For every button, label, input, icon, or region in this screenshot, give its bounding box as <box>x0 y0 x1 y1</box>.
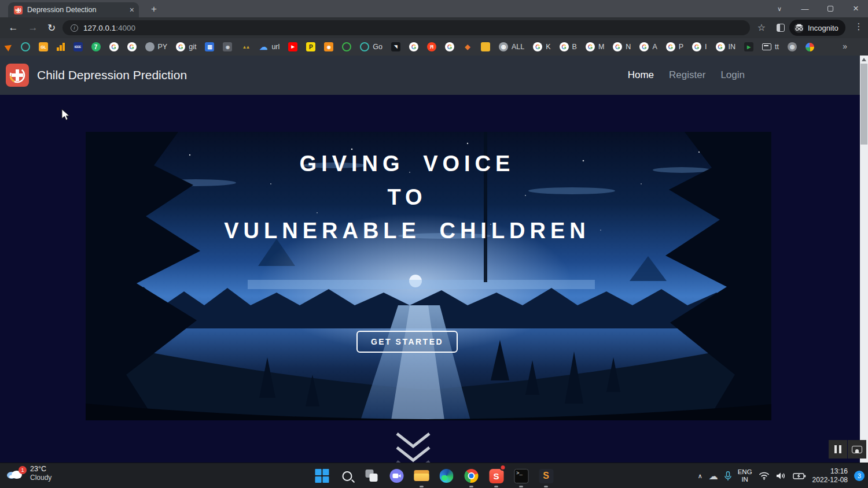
bookmark-item[interactable]: ▶ <box>744 42 753 51</box>
bookmark-item[interactable] <box>21 42 30 51</box>
tray-chevron-icon[interactable]: ∧ <box>698 472 703 480</box>
bookmark-item[interactable]: GI <box>692 42 707 51</box>
taskbar-edge-icon[interactable] <box>439 466 454 486</box>
bookmark-item[interactable]: Go <box>360 42 382 51</box>
taskbar-search-icon[interactable] <box>340 466 355 486</box>
bookmark-item[interactable]: ◉ <box>223 42 232 51</box>
wifi-icon[interactable] <box>759 472 770 480</box>
picture-in-picture-icon <box>852 446 862 453</box>
bookmark-item[interactable]: GIN <box>716 42 736 51</box>
taskbar-start-icon[interactable] <box>315 466 330 486</box>
square-favicon: ◥ <box>391 42 400 51</box>
bookmark-item[interactable]: tt <box>762 43 779 51</box>
reload-button[interactable]: ↻ <box>44 20 59 35</box>
forward-button[interactable]: → <box>25 20 41 35</box>
bookmark-item[interactable]: ▲▲ <box>241 42 250 51</box>
bookmark-label: git <box>189 43 196 51</box>
onedrive-icon[interactable]: ☁ <box>709 471 718 482</box>
get-started-button[interactable]: GET STARTED <box>356 331 458 353</box>
scroll-down-indicator[interactable] <box>391 430 435 463</box>
bookmark-item[interactable]: GK <box>533 42 550 51</box>
bookmark-item[interactable]: ◥ <box>391 42 400 51</box>
maximize-button[interactable] <box>821 0 840 17</box>
bookmark-item[interactable]: GM <box>586 42 604 51</box>
bookmark-item[interactable] <box>806 43 814 51</box>
bookmark-item[interactable]: ▶ <box>288 42 297 51</box>
hero-line-3: VULNERABLE CHILDREN <box>86 214 729 247</box>
pause-button[interactable] <box>829 440 847 459</box>
clock[interactable]: 13:16 2022-12-08 <box>812 467 848 485</box>
bookmark-item[interactable]: PY <box>145 42 168 51</box>
side-panel-icon[interactable] <box>777 24 785 32</box>
bookmark-item[interactable]: ⊕ <box>788 42 797 51</box>
battery-icon[interactable] <box>793 472 806 480</box>
tab-search-icon[interactable]: ∨ <box>770 0 789 17</box>
taskbar-taskview-icon[interactable] <box>365 466 380 486</box>
circle-favicon: Я <box>427 42 436 51</box>
taskbar-chrome-icon[interactable] <box>464 466 479 486</box>
taskbar-sublime-icon[interactable]: S <box>539 466 554 486</box>
bookmark-item[interactable]: Ggit <box>176 42 196 51</box>
bookmark-item[interactable]: ⊕ALL <box>499 42 524 51</box>
bookmark-item[interactable]: ☁url <box>259 42 279 51</box>
bookmark-item[interactable]: G <box>127 42 137 51</box>
system-tray: ∧ ☁ ENG IN <box>698 463 865 488</box>
bookmark-item[interactable] <box>481 42 490 51</box>
volume-icon[interactable] <box>776 472 786 480</box>
address-bar[interactable]: i 127.0.0.1:4000 <box>62 20 750 35</box>
google-favicon: G <box>445 42 454 51</box>
bookmark-item[interactable]: GN <box>613 42 631 51</box>
brand[interactable]: Child Depression Prediction <box>6 64 187 87</box>
nav-link-home[interactable]: Home <box>628 69 654 81</box>
minimize-button[interactable]: — <box>795 0 815 17</box>
taskbar-chat-icon[interactable] <box>389 466 404 486</box>
bookmark-item[interactable]: GL <box>39 42 48 51</box>
bookmark-item[interactable] <box>342 42 351 51</box>
google-favicon: G <box>692 42 701 51</box>
bookmark-item[interactable]: 7 <box>91 42 101 51</box>
google-favicon: G <box>409 42 418 51</box>
language-indicator[interactable]: ENG IN <box>738 468 752 483</box>
nav-link-register[interactable]: Register <box>669 69 705 81</box>
bookmark-item[interactable]: G <box>409 42 418 51</box>
picture-in-picture-button[interactable] <box>848 440 866 459</box>
back-button[interactable]: ← <box>6 20 21 35</box>
taskbar-explorer-icon[interactable] <box>414 466 429 486</box>
microphone-icon[interactable] <box>724 471 731 481</box>
bookmarks-overflow-icon[interactable]: » <box>843 42 847 51</box>
scrollbar-thumb[interactable] <box>860 64 867 145</box>
bookmark-label: K <box>546 43 550 51</box>
bookmark-item[interactable]: P <box>306 42 315 51</box>
taskbar-s-app-icon[interactable]: S <box>489 466 504 486</box>
close-window-button[interactable]: × <box>846 0 866 17</box>
bookmark-star-icon[interactable]: ☆ <box>753 22 770 33</box>
bookmark-item[interactable]: GP <box>666 42 683 51</box>
incognito-label: Incognito <box>808 24 838 32</box>
bookmark-item[interactable] <box>57 43 65 51</box>
scrollbar-up-icon[interactable] <box>862 58 866 61</box>
bookmark-item[interactable]: ◉ <box>324 42 333 51</box>
square-favicon: P <box>306 42 315 51</box>
bookmark-item[interactable]: G <box>445 42 454 51</box>
page-scrollbar[interactable] <box>860 56 868 463</box>
taskbar-weather-widget[interactable]: 1 23°C Cloudy <box>6 465 52 482</box>
notification-count-badge[interactable]: 3 <box>854 471 865 481</box>
site-info-icon[interactable]: i <box>71 24 78 32</box>
page-viewport: Child Depression Prediction HomeRegister… <box>0 56 868 463</box>
tab-close-icon[interactable]: × <box>130 5 134 14</box>
bookmark-item[interactable]: GA <box>639 42 657 51</box>
bookmark-item[interactable]: ◆ <box>463 42 472 51</box>
new-tab-button[interactable]: + <box>147 3 161 16</box>
bookmark-item[interactable]: Я <box>427 42 436 51</box>
taskbar-terminal-icon[interactable]: >_ <box>514 466 529 486</box>
bookmark-item[interactable]: GB <box>560 42 577 51</box>
app-notification-badge <box>500 464 506 471</box>
bookmark-item[interactable] <box>6 43 12 50</box>
nav-link-login[interactable]: Login <box>720 69 745 81</box>
bookmark-item[interactable]: IEEE <box>73 42 83 51</box>
browser-menu-icon[interactable]: ⋮ <box>853 21 865 32</box>
browser-tab[interactable]: Depression Detection × <box>8 2 139 17</box>
ring-favicon <box>360 42 369 51</box>
bookmark-item[interactable]: G <box>109 42 119 51</box>
bookmark-item[interactable]: ▥ <box>205 42 214 51</box>
